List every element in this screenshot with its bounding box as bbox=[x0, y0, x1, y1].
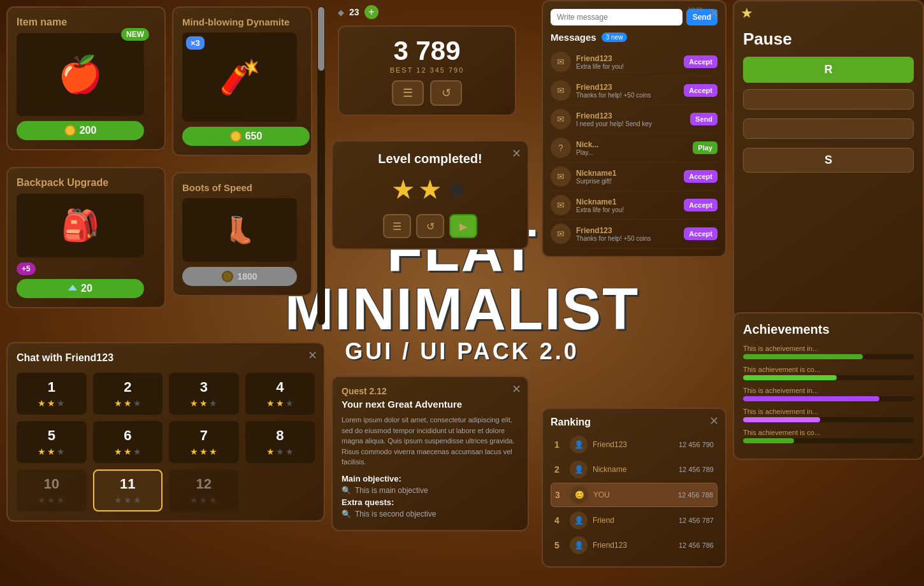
achievement-text-3: This is acheivement in... bbox=[743, 387, 914, 394]
level-cell-7[interactable]: 7 ★ ★ ★ bbox=[169, 421, 239, 463]
backpack-buy-button[interactable]: 20 bbox=[17, 279, 144, 298]
rank-name-5: Friend123 bbox=[593, 541, 674, 550]
counter-value: 23 bbox=[349, 7, 359, 17]
level-num-3: 3 bbox=[175, 379, 233, 396]
rank-score-1: 12 456 790 bbox=[679, 441, 714, 448]
star-icon-top: ★ bbox=[740, 5, 753, 22]
msg-avatar-3: ✉ bbox=[551, 109, 571, 129]
add-counter-button[interactable]: + bbox=[365, 5, 379, 19]
level-menu-button[interactable]: ☰ bbox=[383, 214, 411, 238]
msg-avatar-6: ✉ bbox=[551, 195, 571, 215]
star-7-1: ★ bbox=[190, 447, 198, 457]
achievement-bar-bg-4 bbox=[743, 417, 914, 422]
level-refresh-button[interactable]: ↺ bbox=[416, 214, 444, 238]
star-4-1: ★ bbox=[266, 398, 275, 408]
level-cell-4[interactable]: 4 ★ ★ ★ bbox=[245, 373, 315, 415]
level-cell-8[interactable]: 8 ★ ★ ★ bbox=[245, 421, 315, 463]
backpack-price: 20 bbox=[81, 283, 92, 294]
achievement-text-5: This achievement is co... bbox=[743, 429, 914, 436]
star-1: ★ bbox=[391, 174, 415, 205]
level-num-12: 12 bbox=[175, 476, 233, 492]
achievement-item-3: This is acheivement in... bbox=[743, 387, 914, 401]
achievement-text-2: This achievement is co... bbox=[743, 366, 914, 373]
star-4-3: ★ bbox=[285, 398, 294, 408]
ranking-close-button[interactable]: ✕ bbox=[709, 414, 719, 428]
item-buy-button[interactable]: 200 bbox=[17, 121, 144, 140]
star-2: ★ bbox=[418, 174, 442, 205]
level-num-7: 7 bbox=[175, 427, 233, 444]
msg-text-6: Extra life for you! bbox=[576, 206, 679, 213]
pause-panel: ★ Pause R S bbox=[733, 0, 924, 318]
level-num-10: 10 bbox=[23, 476, 80, 492]
level-stars-12: ★ ★ ★ bbox=[175, 495, 233, 505]
backpack-icon-box: 🎒 bbox=[17, 194, 144, 257]
message-item-6: ✉ Nickname1 Extra life for you! Accept bbox=[551, 191, 718, 220]
item-card-title: Item name bbox=[17, 17, 155, 28]
rank-item-5: 5 👤 Friend123 12 456 786 bbox=[551, 534, 718, 557]
level-cell-12[interactable]: 12 ★ ★ ★ bbox=[169, 469, 239, 511]
star-11-1: ★ bbox=[114, 495, 122, 505]
msg-sender-5: Nickname1 bbox=[576, 169, 679, 178]
message-item-4: ? Nick... Play... Play bbox=[551, 134, 718, 162]
achievements-title: Achievements bbox=[743, 322, 914, 337]
quest-extra-label: Extra quests: bbox=[342, 497, 519, 507]
star-1-2: ★ bbox=[47, 398, 55, 408]
level-cell-10[interactable]: 10 ★ ★ ★ bbox=[17, 469, 87, 511]
achievement-item-2: This achievement is co... bbox=[743, 366, 914, 380]
star-5-3: ★ bbox=[57, 447, 65, 457]
score-menu-button[interactable]: ☰ bbox=[392, 80, 424, 106]
score-buttons: ☰ ↺ bbox=[348, 80, 506, 106]
pause-resume-button[interactable]: R bbox=[743, 57, 914, 83]
level-stars-11: ★ ★ ★ bbox=[99, 495, 157, 505]
level-cell-5[interactable]: 5 ★ ★ ★ bbox=[17, 421, 87, 463]
send-button-3[interactable]: Send bbox=[690, 113, 718, 125]
star-5-2: ★ bbox=[47, 447, 55, 457]
level-cell-3[interactable]: 3 ★ ★ ★ bbox=[169, 373, 239, 415]
msg-avatar-7: ✉ bbox=[551, 224, 571, 244]
rank-num-1: 1 bbox=[554, 440, 565, 450]
score-value: 3 789 bbox=[348, 36, 506, 66]
star-11-2: ★ bbox=[124, 495, 132, 505]
accept-button-5[interactable]: Accept bbox=[684, 170, 718, 183]
level-stars-4: ★ ★ ★ bbox=[252, 398, 309, 408]
chat-close-button[interactable]: ✕ bbox=[308, 348, 317, 362]
msg-text-1: Extra life for you! bbox=[576, 63, 679, 70]
boots-price: 1800 bbox=[237, 271, 257, 282]
achievement-bar-bg-3 bbox=[743, 396, 914, 401]
accept-button-7[interactable]: Accept bbox=[684, 227, 718, 240]
msg-avatar-4: ? bbox=[551, 138, 571, 158]
messages-header: Messages 3 new bbox=[551, 32, 718, 43]
achievement-bar-bg-5 bbox=[743, 438, 914, 443]
achievements-panel: Achievements This is acheivement in... T… bbox=[733, 312, 924, 460]
play-button-4[interactable]: Play bbox=[693, 141, 718, 154]
star-7-2: ★ bbox=[199, 447, 208, 457]
accept-button-6[interactable]: Accept bbox=[684, 199, 718, 211]
level-cell-2[interactable]: 2 ★ ★ ★ bbox=[93, 373, 163, 415]
ranking-panel: ✕ Ranking 1 👤 Friend123 12 456 790 2 👤 N… bbox=[542, 408, 726, 568]
accept-button-1[interactable]: Accept bbox=[684, 55, 718, 68]
scroll-bar[interactable] bbox=[317, 6, 325, 325]
multiplier-badge: ×3 bbox=[186, 36, 205, 50]
level-complete-close-button[interactable]: ✕ bbox=[512, 146, 521, 161]
write-message-input[interactable] bbox=[551, 9, 682, 25]
level-cell-6[interactable]: 6 ★ ★ ★ bbox=[93, 421, 163, 463]
messages-close-button[interactable]: ✕ bbox=[709, 6, 719, 20]
dynamite-buy-button[interactable]: 650 bbox=[182, 127, 310, 146]
level-cell-11[interactable]: 11 ★ ★ ★ bbox=[93, 469, 163, 511]
rank-name-1: Friend123 bbox=[593, 440, 674, 449]
quest-close-button[interactable]: ✕ bbox=[512, 382, 521, 396]
rank-avatar-5: 👤 bbox=[570, 536, 588, 554]
star-1-3: ★ bbox=[57, 398, 65, 408]
level-play-button[interactable]: ▶ bbox=[449, 214, 477, 238]
msg-sender-7: Friend123 bbox=[576, 226, 679, 235]
boots-buy-button[interactable]: 1800 bbox=[182, 267, 297, 286]
level-cell-1[interactable]: 1 ★ ★ ★ bbox=[17, 373, 87, 415]
msg-content-4: Nick... Play... bbox=[576, 140, 688, 156]
rank-avatar-3: 😊 bbox=[570, 486, 588, 504]
rank-item-4: 4 👤 Friend 12 456 787 bbox=[551, 509, 718, 532]
score-refresh-button[interactable]: ↺ bbox=[430, 80, 462, 106]
achievement-text-1: This is acheivement in... bbox=[743, 345, 914, 352]
level-num-2: 2 bbox=[99, 379, 157, 396]
accept-button-2[interactable]: Accept bbox=[684, 84, 718, 97]
top-counter-area: ◆ 23 + bbox=[338, 5, 379, 19]
